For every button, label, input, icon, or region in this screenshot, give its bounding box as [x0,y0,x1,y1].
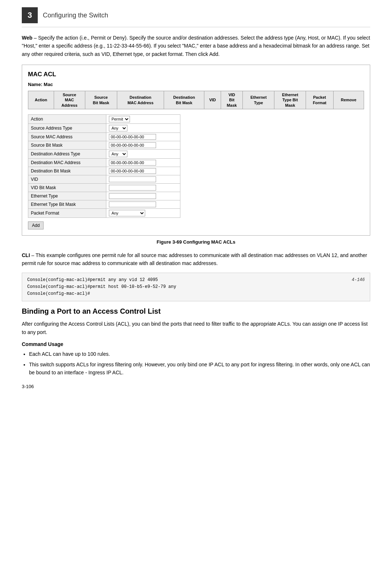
form-row-vid: VID [28,175,180,184]
add-button[interactable]: Add [28,221,44,229]
code-text-1: Console(config-mac-acl)#permit any any v… [27,277,158,284]
acl-table: Action SourceMACAddress SourceBit Mask D… [28,91,364,109]
code-line-2: Console(config-mac-acl)#permit host 00-1… [27,284,365,290]
form-label-ethernet-type-bitmask: Ethernet Type Bit Mask [28,200,106,209]
intro-paragraph: Web – Specify the action (i.e., Permit o… [22,34,370,58]
col-remove: Remove [333,91,364,109]
col-packet-format: PacketFormat [306,91,334,109]
source-bitmask-input[interactable] [109,142,156,148]
cli-paragraph: CLI – This example configures one permit… [22,251,370,268]
form-label-source-addr-type: Source Address Type [28,124,106,133]
col-vid-bitmask: VIDBitMask [221,91,243,109]
form-control-packet-format[interactable]: Any [106,209,180,218]
code-line-number-1: 4-146 [352,277,365,284]
binding-section-heading: Binding a Port to an Access Control List [22,307,370,315]
col-vid: VID [204,91,221,109]
command-usage-heading: Command Usage [22,341,370,347]
form-control-vid[interactable] [106,175,180,184]
form-row-vid-bitmask: VID Bit Mask [28,184,180,192]
dest-bitmask-input[interactable] [109,168,156,174]
form-control-vid-bitmask[interactable] [106,184,180,192]
form-row-ethernet-type: Ethernet Type [28,192,180,200]
form-row-source-bitmask: Source Bit Mask [28,141,180,150]
form-label-ethernet-type: Ethernet Type [28,192,106,200]
binding-paragraph: After configuring the Access Control Lis… [22,320,370,336]
form-row-packet-format: Packet Format Any [28,209,180,218]
form-control-dest-addr-type[interactable]: Any Host MAC [106,150,180,159]
form-label-dest-addr-type: Destination Address Type [28,150,106,159]
code-line-1: Console(config-mac-acl)#permit any any v… [27,277,365,284]
form-label-source-mac: Source MAC Address [28,133,106,141]
code-text-3: Console(config-mac-acl)# [27,290,90,297]
bullet-list: Each ACL can have up to 100 rules. This … [29,350,370,376]
ethernet-type-bitmask-input[interactable] [109,201,156,207]
cli-text: – This example configures one permit rul… [22,252,367,266]
vid-input[interactable] [109,176,156,182]
form-control-dest-mac[interactable] [106,159,180,167]
form-control-source-mac[interactable] [106,133,180,141]
cli-bold-label: CLI [22,252,30,258]
dest-address-type-select[interactable]: Any Host MAC [109,151,127,157]
col-dest-bitmask: DestinationBit Mask [164,91,204,109]
vid-bitmask-input[interactable] [109,185,156,191]
action-select[interactable]: Permit Deny [109,116,130,122]
acl-form-table: Action Permit Deny Source Address Type A… [28,114,180,218]
form-label-dest-bitmask: Destination Bit Mask [28,167,106,175]
form-control-ethernet-type[interactable] [106,192,180,200]
intro-bold-label: Web [22,35,32,41]
chapter-title: Configuring the Switch [43,12,108,19]
col-ethernet-type-bitmask: EthernetType BitMask [274,91,306,109]
form-label-dest-mac: Destination MAC Address [28,159,106,167]
form-control-source-addr-type[interactable]: Any Host MAC [106,124,180,133]
form-label-vid-bitmask: VID Bit Mask [28,184,106,192]
intro-text: – Specify the action (i.e., Permit or De… [22,35,370,57]
col-dest-mac: DestinationMAC Address [117,91,164,109]
form-control-source-bitmask[interactable] [106,141,180,150]
bullet-item-2: This switch supports ACLs for ingress fi… [29,361,370,377]
chapter-badge: 3 [22,7,38,23]
form-label-packet-format: Packet Format [28,209,106,218]
form-row-action: Action Permit Deny [28,115,180,124]
source-address-type-select[interactable]: Any Host MAC [109,125,127,131]
form-row-source-addr-type: Source Address Type Any Host MAC [28,124,180,133]
form-control-dest-bitmask[interactable] [106,167,180,175]
mac-acl-title: MAC ACL [28,71,364,78]
ethernet-type-input[interactable] [109,193,156,199]
mac-acl-box: MAC ACL Name: Mac Action SourceMACAddres… [22,65,370,236]
form-row-dest-addr-type: Destination Address Type Any Host MAC [28,150,180,159]
page-number: 3-106 [22,384,370,389]
form-row-ethernet-type-bitmask: Ethernet Type Bit Mask [28,200,180,209]
code-block: Console(config-mac-acl)#permit any any v… [22,273,370,302]
form-row-dest-mac: Destination MAC Address [28,159,180,167]
form-row-source-mac: Source MAC Address [28,133,180,141]
col-source-bitmask: SourceBit Mask [85,91,117,109]
dest-mac-input[interactable] [109,160,156,166]
figure-caption: Figure 3-69 Configuring MAC ACLs [22,239,370,245]
form-label-action: Action [28,115,106,124]
form-label-vid: VID [28,175,106,184]
form-control-action[interactable]: Permit Deny [106,115,180,124]
col-action: Action [28,91,54,109]
form-control-ethernet-type-bitmask[interactable] [106,200,180,209]
source-mac-input[interactable] [109,134,156,140]
form-row-dest-bitmask: Destination Bit Mask [28,167,180,175]
code-line-3: Console(config-mac-acl)# [27,290,365,297]
code-text-2: Console(config-mac-acl)#permit host 00-1… [27,284,176,290]
bullet-item-1: Each ACL can have up to 100 rules. [29,350,370,358]
mac-acl-name: Name: Mac [28,82,364,87]
col-source-mac: SourceMACAddress [54,91,85,109]
col-ethernet-type: EthernetType [243,91,274,109]
packet-format-select[interactable]: Any [109,210,145,216]
page-header: 3 Configuring the Switch [22,7,370,27]
form-label-source-bitmask: Source Bit Mask [28,141,106,150]
